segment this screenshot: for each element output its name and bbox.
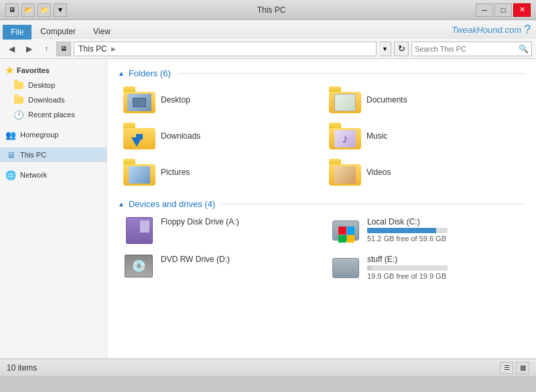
sidebar-item-thispc[interactable]: 🖥 This PC <box>0 147 107 162</box>
tab-computer[interactable]: Computer <box>31 23 84 40</box>
folder-music-label: Music <box>366 131 387 141</box>
sidebar-downloads-label: Downloads <box>28 96 64 104</box>
quick-access-icon2[interactable]: 📁 <box>38 3 51 17</box>
ribbon-brand: TweakHound.com ? <box>446 21 536 38</box>
ribbon: File Computer View TweakHound.com ? <box>0 20 536 39</box>
ribbon-tabs: File Computer View <box>0 20 122 39</box>
help-button[interactable]: ? <box>524 23 531 37</box>
music-folder-large-icon: ♪ <box>329 123 361 149</box>
hdd-e-progress-fill <box>367 265 371 271</box>
breadcrumb-text: This PC <box>78 44 107 54</box>
recent-places-icon: 🕐 <box>13 109 24 120</box>
hdd-c-info: Local Disk (C:) 51.2 GB free of 59.6 GB <box>367 217 448 243</box>
folders-section-header: ▲ Folders (6) <box>118 68 525 78</box>
title-bar-controls: ─ □ ✕ <box>476 3 531 17</box>
devices-grid: Floppy Disk Drive (A:) Local Disk (C: <box>118 214 525 284</box>
title-bar-left-icons: 🖥 📂 📁 ▼ <box>5 3 67 17</box>
sidebar-desktop-label: Desktop <box>28 81 55 89</box>
folders-section-title: Folders (6) <box>129 68 171 78</box>
folder-videos-label: Videos <box>366 168 391 177</box>
quick-access-dropdown[interactable]: ▼ <box>54 3 67 17</box>
search-box[interactable]: 🔍 <box>411 42 532 56</box>
breadcrumb-dropdown[interactable]: ▼ <box>379 42 391 56</box>
hdd-e-name: stuff (E:) <box>367 255 448 264</box>
folder-documents-label: Documents <box>366 95 407 105</box>
quick-access-icon1[interactable]: 📂 <box>21 3 35 17</box>
tab-view[interactable]: View <box>84 23 119 40</box>
videos-folder-large-icon <box>329 159 361 186</box>
floppy-drive-icon <box>123 217 155 244</box>
forward-button[interactable]: ▶ <box>21 42 36 56</box>
sidebar-homegroup-label: Homegroup <box>20 131 58 139</box>
maximize-button[interactable]: □ <box>494 3 512 17</box>
sidebar-thispc-label: This PC <box>20 151 46 159</box>
folders-grid: Desktop Documents <box>118 84 525 188</box>
title-bar: 🖥 📂 📁 ▼ This PC ─ □ ✕ <box>0 0 536 20</box>
hdd-c-progress-fill <box>367 228 436 233</box>
items-count: 10 items <box>7 363 37 373</box>
breadcrumb-arrow: ▶ <box>111 46 116 52</box>
hdd-c-free: 51.2 GB free of 59.6 GB <box>367 235 448 243</box>
sidebar-item-recent[interactable]: 🕐 Recent places <box>0 107 107 122</box>
device-item-floppy[interactable]: Floppy Disk Drive (A:) <box>118 214 319 247</box>
address-bar: ◀ ▶ ↑ 🖥 This PC ▶ ▼ ↻ 🔍 <box>0 39 536 59</box>
brand-text: TweakHound.com <box>452 25 521 35</box>
downloads-folder-icon <box>13 94 24 105</box>
hdd-c-icon <box>330 217 362 244</box>
sidebar-recent-label: Recent places <box>28 111 75 119</box>
device-item-e[interactable]: stuff (E:) 19.9 GB free of 19.9 GB <box>324 252 525 284</box>
hdd-c-progress-bar <box>367 228 448 233</box>
device-item-dvd[interactable]: 💿 DVD RW Drive (D:) <box>118 252 319 284</box>
folder-item-music[interactable]: ♪ Music <box>324 120 525 152</box>
view-details-button[interactable]: ☰ <box>500 362 513 374</box>
window-icon[interactable]: 🖥 <box>5 3 19 17</box>
search-input[interactable] <box>415 45 516 53</box>
desktop-folder-large-icon <box>123 86 155 113</box>
status-bar: 10 items ☰ ▦ <box>0 358 536 376</box>
hdd-e-info: stuff (E:) 19.9 GB free of 19.9 GB <box>367 255 448 280</box>
folders-chevron: ▲ <box>118 70 125 77</box>
view-toggle-buttons: ☰ ▦ <box>500 362 529 374</box>
back-button[interactable]: ◀ <box>4 42 19 56</box>
folder-item-pictures[interactable]: Pictures <box>118 156 320 188</box>
dvd-drive-icon: 💿 <box>123 255 155 281</box>
network-icon: 🌐 <box>5 170 16 180</box>
downloads-folder-large-icon <box>123 123 155 149</box>
hdd-c-name: Local Disk (C:) <box>367 217 448 226</box>
close-button[interactable]: ✕ <box>513 3 531 17</box>
homegroup-icon: 👥 <box>5 129 16 140</box>
sidebar-item-downloads[interactable]: Downloads <box>0 92 107 107</box>
view-tiles-button[interactable]: ▦ <box>516 362 529 374</box>
breadcrumb-pc-icon: 🖥 <box>56 42 71 56</box>
dvd-info: DVD RW Drive (D:) <box>161 255 230 264</box>
floppy-info: Floppy Disk Drive (A:) <box>161 217 239 226</box>
desktop-folder-icon <box>13 80 24 90</box>
sidebar-item-desktop[interactable]: Desktop <box>0 78 107 92</box>
search-icon[interactable]: 🔍 <box>519 44 529 54</box>
minimize-button[interactable]: ─ <box>476 3 493 17</box>
thispc-icon: 🖥 <box>5 149 16 160</box>
sidebar-favorites-header[interactable]: ★ Favorites <box>0 63 107 78</box>
sidebar-item-homegroup[interactable]: 👥 Homegroup <box>0 127 107 142</box>
folder-item-videos[interactable]: Videos <box>324 156 525 188</box>
hdd-e-free: 19.9 GB free of 19.9 GB <box>367 272 448 280</box>
folder-downloads-label: Downloads <box>161 131 200 141</box>
folder-desktop-label: Desktop <box>161 95 190 105</box>
sidebar-item-network[interactable]: 🌐 Network <box>0 168 107 182</box>
folder-item-desktop[interactable]: Desktop <box>118 84 320 116</box>
sidebar-favorites-label: Favorites <box>17 66 50 74</box>
hdd-e-progress-bar <box>367 265 448 271</box>
device-item-c[interactable]: Local Disk (C:) 51.2 GB free of 59.6 GB <box>324 214 525 247</box>
devices-section-header: ▲ Devices and drives (4) <box>118 199 525 209</box>
folder-pictures-label: Pictures <box>161 168 190 177</box>
folder-item-documents[interactable]: Documents <box>324 84 525 116</box>
tab-file[interactable]: File <box>3 25 31 40</box>
folder-item-downloads[interactable]: Downloads <box>118 120 320 152</box>
devices-section-title: Devices and drives (4) <box>129 199 215 209</box>
breadcrumb-path[interactable]: This PC ▶ <box>74 42 377 56</box>
main-layout: ★ Favorites Desktop Downloads 🕐 Recent p… <box>0 59 536 358</box>
refresh-button[interactable]: ↻ <box>394 42 409 56</box>
dvd-name: DVD RW Drive (D:) <box>161 255 230 264</box>
sidebar: ★ Favorites Desktop Downloads 🕐 Recent p… <box>0 59 107 358</box>
up-button[interactable]: ↑ <box>39 42 54 56</box>
